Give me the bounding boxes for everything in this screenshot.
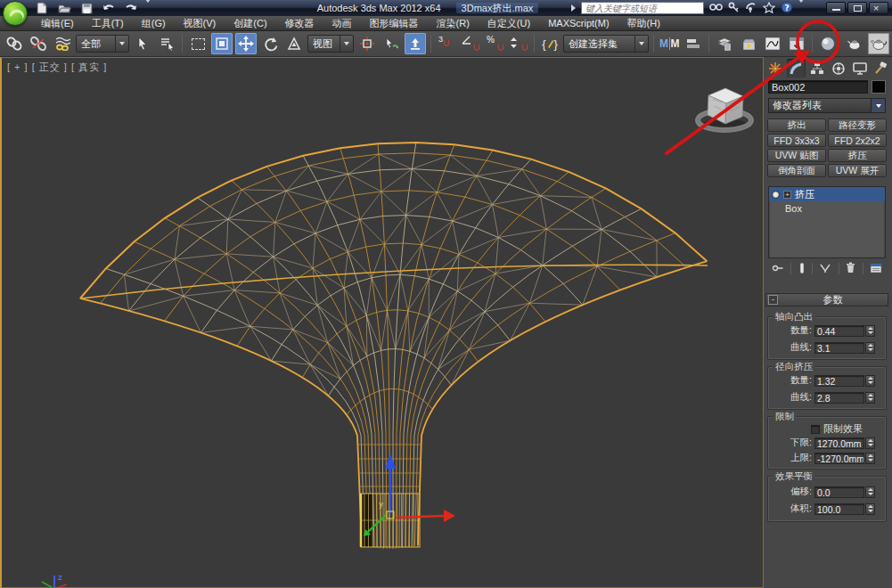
radial-curve-spinner[interactable] — [865, 392, 875, 404]
pin-stack-icon[interactable] — [772, 263, 784, 275]
mirror-icon[interactable]: M M — [659, 33, 680, 54]
rectangular-selection-region-icon[interactable] — [187, 33, 209, 54]
named-selection-sets-arrow-icon[interactable] — [634, 36, 648, 52]
select-and-move-icon[interactable] — [235, 33, 257, 54]
squeeze-button[interactable]: 挤压 — [828, 149, 887, 162]
graphite-ribbon-toggle-icon[interactable] — [738, 33, 759, 54]
communication-center-icon[interactable] — [745, 2, 757, 15]
select-and-link-icon[interactable] — [4, 33, 25, 54]
axial-curve-spinner[interactable] — [865, 342, 875, 354]
motion-tab-icon[interactable] — [829, 59, 848, 78]
create-tab-icon[interactable] — [765, 59, 785, 78]
favorites-icon[interactable] — [763, 2, 775, 15]
snaps-toggle-3d-icon[interactable]: 3 ∩ — [436, 33, 457, 54]
search-input[interactable] — [581, 2, 704, 14]
menu-rendering[interactable]: 渲染(R) — [428, 16, 479, 30]
edit-named-selection-sets-icon[interactable]: { } — [539, 33, 561, 54]
make-unique-icon[interactable] — [819, 263, 831, 275]
menu-graph-editors[interactable]: 图形编辑器 — [361, 16, 428, 30]
new-file-button[interactable] — [34, 2, 50, 15]
path-deform-button[interactable]: 路径变形 — [828, 118, 887, 132]
menu-customize[interactable]: 自定义(U) — [479, 16, 539, 30]
menu-group[interactable]: 组(G) — [133, 16, 175, 30]
stack-item-box[interactable]: Box — [769, 201, 885, 216]
unlink-selection-icon[interactable] — [28, 33, 49, 54]
redo-button[interactable] — [123, 2, 139, 15]
volume-field[interactable]: 100.0 — [814, 503, 864, 515]
utilities-tab-icon[interactable] — [871, 59, 890, 78]
align-icon[interactable] — [683, 33, 704, 54]
bias-spinner[interactable] — [865, 486, 875, 498]
hierarchy-tab-icon[interactable] — [807, 59, 827, 78]
collapse-icon[interactable]: - — [768, 295, 778, 305]
minimize-button[interactable] — [826, 2, 846, 14]
menu-edit[interactable]: 编辑(E) — [32, 16, 83, 30]
menu-modifiers[interactable]: 修改器 — [276, 16, 323, 30]
menu-views[interactable]: 视图(V) — [175, 16, 225, 30]
menu-create[interactable]: 创建(C) — [225, 16, 275, 30]
bias-field[interactable]: 0.0 — [814, 486, 864, 498]
axial-amount-field[interactable]: 0.44 — [814, 325, 864, 337]
qat-customize-icon[interactable] — [145, 3, 151, 13]
limit-effect-checkbox[interactable] — [811, 425, 820, 434]
menu-maxscript[interactable]: MAXScript(M) — [539, 16, 618, 30]
render-setup-icon[interactable] — [844, 33, 865, 54]
display-tab-icon[interactable] — [850, 59, 870, 78]
radial-amount-field[interactable]: 1.32 — [814, 375, 864, 387]
search-icon[interactable] — [709, 2, 723, 14]
save-button[interactable] — [78, 2, 94, 15]
subscription-icon[interactable] — [728, 2, 740, 15]
select-by-name-icon[interactable] — [156, 33, 177, 54]
schematic-view-icon[interactable] — [786, 33, 807, 54]
perspective-viewport[interactable]: [ + ] [ 正交 ] [ 真实 ] y — [0, 57, 764, 588]
menu-tools[interactable]: 工具(T) — [83, 16, 133, 30]
axial-amount-spinner[interactable] — [865, 325, 875, 337]
material-editor-icon[interactable] — [817, 33, 839, 54]
lower-limit-spinner[interactable] — [865, 437, 875, 449]
window-crossing-toggle-icon[interactable] — [211, 33, 233, 54]
ffd-2x2x2-button[interactable]: FFD 2x2x2 — [828, 134, 887, 147]
lower-limit-field[interactable]: 1270.0mm — [814, 437, 864, 449]
reference-coordinate-dropdown[interactable]: 视图 — [307, 35, 354, 53]
parameters-rollout-header[interactable]: - 参数 — [765, 293, 888, 306]
uvw-unwrap-button[interactable]: UVW 展开 — [828, 164, 887, 177]
stack-item-squeeze[interactable]: + 挤压 — [769, 187, 885, 201]
help-icon[interactable]: ? — [781, 1, 793, 15]
object-name-field[interactable]: Box002 — [768, 80, 868, 94]
uvw-map-button[interactable]: UVW 贴图 — [767, 149, 826, 162]
object-color-swatch[interactable] — [872, 80, 886, 94]
upper-limit-field[interactable]: -1270.0mm — [814, 453, 864, 464]
undo-button[interactable] — [101, 2, 117, 15]
upper-limit-spinner[interactable] — [865, 453, 875, 464]
bind-to-space-warp-icon[interactable] — [52, 33, 73, 54]
viewcube[interactable] — [698, 88, 751, 133]
ffd-3x3x3-button[interactable]: FFD 3x3x3 — [767, 134, 826, 147]
expand-icon[interactable]: + — [783, 191, 791, 199]
infocenter-flyout-icon[interactable] — [571, 4, 576, 12]
select-and-scale-icon[interactable] — [283, 33, 305, 54]
spinner-snap-toggle-icon[interactable]: ∩ — [508, 33, 529, 54]
percent-snap-toggle-icon[interactable]: % ∩ — [484, 33, 505, 54]
open-file-button[interactable] — [56, 2, 72, 15]
extrude-button[interactable]: 挤出 — [767, 118, 826, 132]
modify-tab-icon[interactable] — [787, 59, 806, 78]
bevel-profile-button[interactable]: 倒角剖面 — [767, 164, 826, 177]
modifier-enabled-bulb-icon[interactable] — [772, 191, 780, 199]
use-pivot-point-center-icon[interactable] — [356, 33, 378, 54]
selection-filter-arrow-icon[interactable] — [115, 36, 128, 52]
configure-modifier-sets-icon[interactable] — [870, 263, 882, 275]
volume-spinner[interactable] — [865, 503, 875, 515]
help-dropdown-icon[interactable] — [798, 3, 804, 13]
remove-modifier-icon[interactable] — [846, 262, 855, 275]
axial-curve-field[interactable]: 3.1 — [814, 342, 864, 354]
rendered-frame-window-icon[interactable] — [868, 33, 889, 54]
select-and-manipulate-icon[interactable] — [381, 33, 402, 54]
viewport-label[interactable]: [ + ] [ 正交 ] [ 真实 ] — [7, 61, 107, 74]
named-selection-sets-dropdown[interactable]: 创建选择集 — [563, 35, 649, 53]
modifier-list-dropdown[interactable]: 修改器列表 — [768, 98, 886, 113]
menu-help[interactable]: 帮助(H) — [618, 16, 669, 30]
show-end-result-icon[interactable] — [798, 262, 806, 276]
maximize-button[interactable] — [847, 2, 867, 14]
selection-filter-dropdown[interactable]: 全部 — [76, 35, 129, 53]
layer-manager-icon[interactable] — [714, 33, 735, 54]
